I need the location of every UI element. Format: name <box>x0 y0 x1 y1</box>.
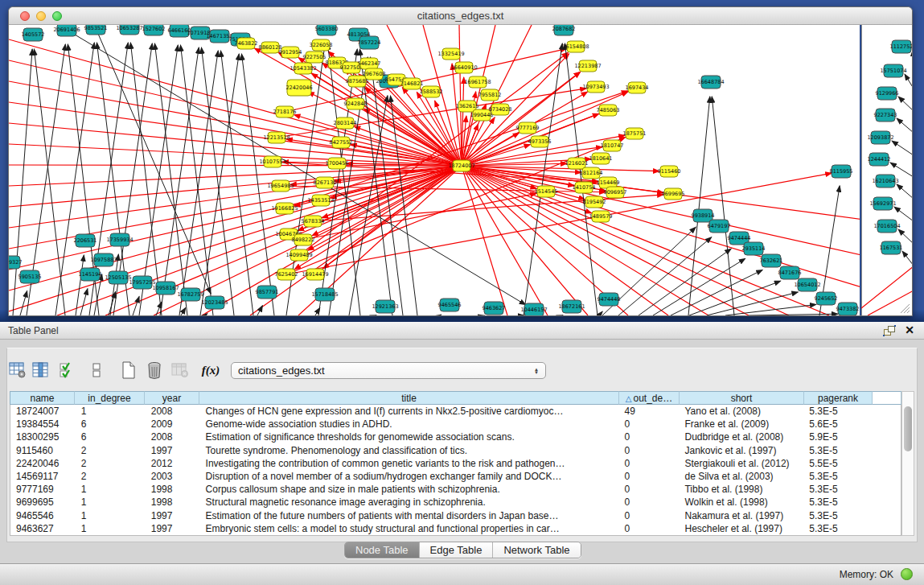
tab-node-table[interactable]: Node Table <box>345 542 420 558</box>
graph-edge[interactable] <box>9 166 462 207</box>
cell-pagerank: 5.9E-5 <box>803 431 872 443</box>
graph-edge[interactable] <box>9 123 462 166</box>
graph-node-label: 7146821 <box>400 80 424 87</box>
background-graph: 1112752157510749129966922734312093872124… <box>861 25 912 315</box>
graph-edge[interactable] <box>303 193 536 240</box>
graph-node-label: 15692971 <box>869 200 896 207</box>
cell-filler <box>872 496 901 509</box>
scrollbar-thumb[interactable] <box>904 406 912 451</box>
graph-edge[interactable] <box>200 54 239 315</box>
table-row[interactable]: 969969511998Structural magnetic resonanc… <box>10 496 901 509</box>
table-select-dropdown[interactable]: citations_edges.txt ▲▼ <box>231 362 546 379</box>
graph-node-label: 1410754 <box>573 184 596 191</box>
graph-edge[interactable] <box>440 315 441 315</box>
graph-node-label: 9734028 <box>489 106 512 113</box>
graph-edge[interactable] <box>133 296 139 315</box>
network-view-window: citations_edges.txt 14055722069140698535… <box>8 6 913 316</box>
network-canvas[interactable]: 1405572206914069853521106532871527602646… <box>9 25 912 315</box>
graph-edge[interactable] <box>462 166 659 171</box>
graph-edge[interactable] <box>96 28 211 294</box>
clear-row-selection-icon[interactable] <box>85 359 108 381</box>
cell-title: Structural magnetic resonance image aver… <box>200 496 619 509</box>
import-table-icon[interactable] <box>169 359 191 381</box>
show-columns-icon[interactable] <box>29 359 51 381</box>
float-panel-icon[interactable] <box>882 324 897 337</box>
graph-edge[interactable] <box>599 311 602 315</box>
table-row[interactable]: 1938455462009Genome-wide association stu… <box>10 418 901 431</box>
graph-edge[interactable] <box>220 51 253 315</box>
table-row[interactable]: 946554611997Estimation of the future num… <box>10 509 901 522</box>
background-network-window[interactable]: 1112752157510749129966922734312093872124… <box>860 25 912 315</box>
table-row[interactable]: 911546021997Tourette syndrome. Phenomeno… <box>10 444 901 457</box>
tab-edge-table[interactable]: Edge Table <box>420 542 494 558</box>
modify-table-icon[interactable] <box>6 359 29 381</box>
table-row[interactable]: 977716911998Corpus callosum shape and si… <box>10 483 901 496</box>
cell-out_de: 49 <box>619 405 680 418</box>
graph-edge[interactable] <box>160 47 199 315</box>
graph-node-label: 2967608 <box>363 71 386 77</box>
cell-name: 22420046 <box>10 457 76 470</box>
column-header-out_de[interactable]: △out_de… <box>619 391 680 405</box>
graph-node-label: 9938914 <box>692 212 715 219</box>
cell-name: 14569117 <box>10 470 76 483</box>
column-header-in_degree[interactable]: in_degree <box>75 391 145 405</box>
sort-ascending-icon: △ <box>626 394 632 403</box>
graph-node-label: 10654012 <box>794 282 820 288</box>
graph-node-label: 16154808 <box>562 43 589 50</box>
graph-node-label: 7485063 <box>597 107 620 113</box>
graph-node-label: 9463627 <box>483 305 506 311</box>
graph-node-label: 10446157 <box>520 307 547 313</box>
create-new-table-icon[interactable] <box>117 359 140 381</box>
graph-edge[interactable] <box>285 49 566 112</box>
graph-edge[interactable] <box>462 166 912 266</box>
graph-edge[interactable] <box>749 314 838 315</box>
table-scrollbar[interactable] <box>901 391 914 536</box>
tab-network-table[interactable]: Network Table <box>493 542 580 558</box>
table-row[interactable]: 1830029562008Estimation of significance … <box>10 431 901 443</box>
cell-year: 2009 <box>146 418 200 431</box>
memory-status-indicator[interactable] <box>901 568 913 580</box>
delete-table-icon[interactable] <box>143 359 166 381</box>
column-header-pagerank[interactable]: pagerank <box>804 391 873 405</box>
cell-in_degree: 2 <box>76 444 146 457</box>
graph-node-label: 12093872 <box>867 134 893 141</box>
graph-edge[interactable] <box>462 166 668 315</box>
graph-node-label: 17359934 <box>106 237 133 243</box>
table-row[interactable]: 1872400712008Changes of HCN gene express… <box>10 405 901 418</box>
graph-edge[interactable] <box>20 291 27 315</box>
graph-edge <box>902 251 912 266</box>
network-window-titlebar[interactable]: citations_edges.txt <box>9 7 912 25</box>
table-row[interactable]: 2242004622012Investigating the contribut… <box>10 457 901 470</box>
graph-edge[interactable] <box>9 102 462 166</box>
graph-edge[interactable] <box>257 306 262 315</box>
graph-edge[interactable] <box>9 166 462 228</box>
graph-edge[interactable] <box>181 307 186 315</box>
graph-edge[interactable] <box>712 97 734 315</box>
citation-graph[interactable]: 1405572206914069853521106532871527602646… <box>9 25 912 315</box>
graph-edge[interactable] <box>462 166 588 315</box>
graph-node-label: 1697434 <box>626 84 649 91</box>
graph-node-label: 12213518 <box>263 134 290 141</box>
graph-node-label: 9699695 <box>662 191 685 197</box>
column-header-short[interactable]: short <box>680 391 804 405</box>
column-header-title[interactable]: title <box>199 391 619 405</box>
graph-edge[interactable] <box>390 96 417 315</box>
graph-node-label: 10958167 <box>152 285 179 291</box>
cell-year: 1997 <box>146 522 200 535</box>
graph-node-label: 7463822 <box>235 40 258 47</box>
column-header-name[interactable]: name <box>10 391 75 405</box>
graph-node-label: 10107553 <box>259 159 285 165</box>
graph-node-label: 10975887 <box>90 257 117 263</box>
column-header-year[interactable]: year <box>145 391 199 405</box>
graph-edge[interactable] <box>80 289 88 315</box>
graph-node-label: 2087682 <box>552 26 576 32</box>
resize-grip-icon[interactable] <box>899 303 910 314</box>
select-all-rows-icon[interactable] <box>56 359 79 381</box>
function-builder-icon[interactable]: f(x) <box>199 359 222 381</box>
close-panel-icon[interactable]: ✕ <box>905 323 914 336</box>
table-row[interactable]: 946362711997Embryonic stem cells: a mode… <box>10 522 901 535</box>
graph-edge[interactable] <box>639 249 731 315</box>
graph-node-label: 10543382 <box>290 65 316 72</box>
table-row[interactable]: 1456911722003Disruption of a novel membe… <box>10 470 901 483</box>
graph-node-label: 14099489 <box>285 252 312 258</box>
